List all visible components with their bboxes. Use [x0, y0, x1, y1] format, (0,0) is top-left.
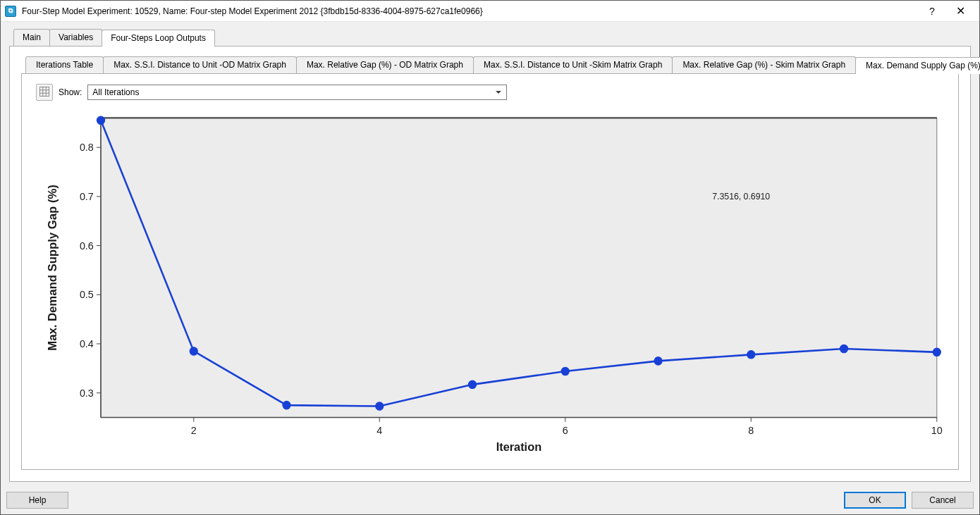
help-titlebar-button[interactable]: ?	[919, 1, 945, 21]
svg-point-35	[468, 380, 476, 388]
svg-text:8: 8	[748, 424, 754, 435]
dialog-window: ⧉ Four-Step Model Experiment: 10529, Nam…	[0, 0, 980, 515]
svg-text:10: 10	[931, 424, 943, 435]
chart-toolbar: Show: All Iterations	[36, 84, 944, 101]
svg-point-34	[376, 402, 384, 410]
svg-point-32	[190, 347, 197, 355]
grid-icon	[39, 87, 49, 99]
svg-point-31	[97, 116, 104, 124]
inner-tab-1[interactable]: Max. S.S.I. Distance to Unit -OD Matrix …	[103, 56, 297, 73]
svg-point-37	[654, 357, 662, 365]
help-button[interactable]: Help	[6, 492, 68, 509]
show-iterations-select[interactable]: All Iterations	[87, 85, 507, 100]
show-select-value: All Iterations	[92, 87, 139, 97]
outer-tab-strip: MainVariablesFour-Steps Loop Outputs	[13, 29, 971, 46]
titlebar: ⧉ Four-Step Model Experiment: 10529, Nam…	[1, 1, 979, 22]
outer-tab-2[interactable]: Four-Steps Loop Outputs	[102, 30, 215, 46]
inner-tab-2[interactable]: Max. Relative Gap (%) - OD Matrix Graph	[296, 56, 474, 73]
svg-rect-0	[40, 87, 49, 96]
svg-text:0.3: 0.3	[80, 387, 94, 399]
outer-tab-0[interactable]: Main	[13, 29, 50, 46]
svg-text:0.8: 0.8	[80, 142, 94, 153]
svg-text:0.6: 0.6	[80, 240, 94, 252]
outer-tab-1[interactable]: Variables	[49, 29, 102, 46]
cancel-button-label: Cancel	[929, 495, 955, 505]
svg-point-39	[840, 345, 847, 352]
inner-tab-0[interactable]: Iterations Table	[25, 56, 104, 73]
close-button[interactable]: ✕	[945, 1, 976, 21]
outer-tab-panel: Iterations TableMax. S.S.I. Distance to …	[9, 46, 971, 482]
svg-text:Max. Demand Supply Gap (%): Max. Demand Supply Gap (%)	[46, 185, 59, 351]
svg-text:7.3516, 0.6910: 7.3516, 0.6910	[712, 192, 770, 201]
inner-tab-4[interactable]: Max. Relative Gap (%) - Skim Matrix Grap…	[672, 56, 856, 73]
content-area: MainVariablesFour-Steps Loop Outputs Ite…	[1, 22, 979, 488]
svg-point-38	[747, 351, 755, 359]
show-label: Show:	[59, 87, 82, 97]
inner-tab-strip: Iterations TableMax. S.S.I. Distance to …	[25, 56, 959, 73]
help-button-label: Help	[29, 495, 47, 505]
svg-point-40	[933, 348, 941, 356]
svg-text:0.5: 0.5	[80, 289, 94, 300]
inner-tab-5[interactable]: Max. Demand Supply Gap (%) Graph	[855, 57, 980, 74]
svg-text:0.4: 0.4	[80, 338, 94, 349]
svg-text:2: 2	[191, 424, 197, 435]
window-title: Four-Step Model Experiment: 10529, Name:…	[22, 6, 919, 16]
svg-text:0.7: 0.7	[80, 191, 94, 202]
ok-button[interactable]: OK	[844, 492, 906, 509]
svg-text:Iteration: Iteration	[496, 440, 541, 453]
grid-toggle-button[interactable]	[36, 84, 53, 101]
svg-text:6: 6	[563, 424, 568, 435]
svg-point-33	[283, 401, 290, 409]
svg-rect-5	[101, 118, 937, 417]
svg-text:4: 4	[376, 424, 382, 435]
inner-tab-3[interactable]: Max. S.S.I. Distance to Unit -Skim Matri…	[473, 56, 673, 73]
line-chart: 0.30.40.50.60.70.82468107.3516, 0.6910It…	[36, 112, 944, 458]
dialog-footer: Help OK Cancel	[1, 488, 979, 514]
svg-point-36	[561, 367, 569, 375]
cancel-button[interactable]: Cancel	[912, 492, 974, 509]
ok-button-label: OK	[869, 495, 881, 505]
app-icon: ⧉	[5, 6, 16, 17]
inner-tab-panel: Show: All Iterations 0.30.40.50.60.70.82…	[21, 73, 959, 470]
chart-area: 0.30.40.50.60.70.82468107.3516, 0.6910It…	[36, 108, 944, 458]
